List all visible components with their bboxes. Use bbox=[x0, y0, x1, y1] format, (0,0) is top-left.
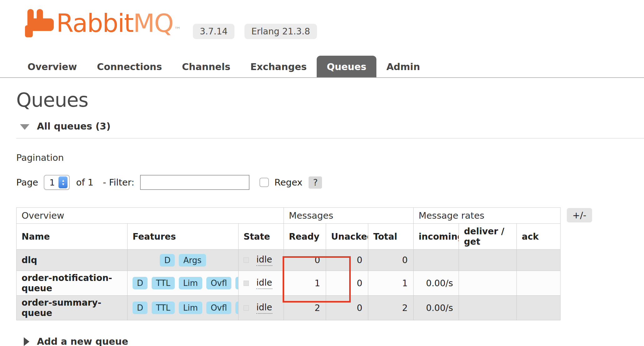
erlang-version-badge: Erlang 21.3.8 bbox=[244, 24, 317, 39]
wordmark-mq: MQ bbox=[133, 9, 173, 38]
column-header-unacked[interactable]: Unacked bbox=[326, 224, 368, 250]
tab-exchanges[interactable]: Exchanges bbox=[240, 56, 317, 77]
regex-label: Regex bbox=[274, 177, 303, 188]
all-queues-section-toggle[interactable]: All queues (3) bbox=[16, 119, 644, 139]
wordmark-rabbit: Rabbit bbox=[56, 9, 133, 38]
filter-input[interactable] bbox=[140, 175, 249, 190]
feature-badge: DLX bbox=[235, 277, 238, 289]
queue-name-link[interactable]: dlq bbox=[17, 250, 128, 271]
column-header-ack[interactable]: ack bbox=[517, 224, 561, 250]
table-row: order-notification-queue D TTL Lim Ovfl … bbox=[17, 271, 561, 296]
ready-count: 2 bbox=[284, 296, 326, 320]
rabbitmq-wordmark: RabbitMQ™ bbox=[56, 8, 180, 45]
ack-rate bbox=[517, 250, 561, 271]
unacked-count: 0 bbox=[326, 250, 368, 271]
expand-triangle-icon bbox=[24, 337, 29, 346]
feature-badge: Lim bbox=[179, 302, 202, 314]
queue-state-cell: idle bbox=[239, 271, 284, 296]
feature-badge: TTL bbox=[152, 277, 175, 289]
feature-badge: Ovfl bbox=[206, 302, 231, 314]
ready-count: 0 bbox=[284, 250, 326, 271]
rabbitmq-version-badge: 3.7.14 bbox=[193, 24, 234, 39]
queue-name-link[interactable]: order-notification-queue bbox=[17, 271, 128, 296]
column-header-name[interactable]: Name bbox=[17, 224, 128, 250]
select-spinner-icon: ▴▾ bbox=[58, 176, 68, 188]
deliver-get-rate bbox=[459, 271, 517, 296]
pagination-label: Pagination bbox=[16, 152, 644, 163]
page-select[interactable]: 1 ▴▾ bbox=[44, 175, 70, 190]
feature-badge: DLX bbox=[235, 302, 238, 314]
tab-overview[interactable]: Overview bbox=[18, 56, 87, 77]
version-badges: 3.7.14 Erlang 21.3.8 bbox=[193, 24, 317, 39]
rabbitmq-logo-icon bbox=[24, 8, 54, 39]
add-new-queue-toggle[interactable]: Add a new queue bbox=[16, 336, 644, 346]
table-group-header-row: Overview Messages Message rates bbox=[17, 208, 561, 224]
group-header-messages: Messages bbox=[284, 208, 414, 224]
group-header-overview: Overview bbox=[17, 208, 284, 224]
ack-rate bbox=[517, 271, 561, 296]
app-header: RabbitMQ™ 3.7.14 Erlang 21.3.8 bbox=[0, 0, 644, 45]
incoming-rate: 0.00/s bbox=[414, 271, 459, 296]
feature-badge: D bbox=[133, 277, 148, 289]
queue-state-cell: idle bbox=[239, 296, 284, 320]
deliver-get-rate bbox=[459, 250, 517, 271]
help-icon[interactable]: ? bbox=[309, 176, 322, 189]
deliver-get-rate bbox=[459, 296, 517, 320]
incoming-rate: 0.00/s bbox=[414, 296, 459, 320]
feature-badge: Lim bbox=[179, 277, 202, 289]
column-selector-button[interactable]: +/- bbox=[567, 208, 592, 222]
column-header-state[interactable]: State bbox=[239, 224, 284, 250]
column-header-deliver-get[interactable]: deliver / get bbox=[459, 224, 517, 250]
feature-badge: Args bbox=[179, 254, 206, 267]
table-column-header-row: Name Features State Ready Unacked Total … bbox=[17, 224, 561, 250]
column-header-features[interactable]: Features bbox=[128, 224, 239, 250]
page-select-value: 1 bbox=[49, 178, 55, 187]
regex-checkbox[interactable] bbox=[259, 178, 269, 187]
queues-table: Overview Messages Message rates Name Fea… bbox=[16, 207, 561, 320]
queue-name-link[interactable]: order-summary-queue bbox=[17, 296, 128, 320]
state-indicator-icon bbox=[244, 305, 249, 311]
queue-features-cell: D TTL Lim Ovfl DLX bbox=[128, 296, 239, 320]
queue-features-cell: D TTL Lim Ovfl DLX bbox=[128, 271, 239, 296]
rabbitmq-logo[interactable]: RabbitMQ™ bbox=[24, 8, 180, 45]
tab-queues[interactable]: Queues bbox=[317, 56, 376, 77]
group-header-message-rates: Message rates bbox=[414, 208, 561, 224]
ack-rate bbox=[517, 296, 561, 320]
feature-badge: D bbox=[160, 254, 175, 267]
ready-count: 1 bbox=[284, 271, 326, 296]
column-header-ready[interactable]: Ready bbox=[284, 224, 326, 250]
rabbitmq-management-page: RabbitMQ™ 3.7.14 Erlang 21.3.8 Overview … bbox=[0, 0, 644, 346]
total-count: 2 bbox=[368, 296, 414, 320]
state-label: idle bbox=[256, 302, 272, 314]
queue-state-cell: idle bbox=[239, 250, 284, 271]
feature-badge: Ovfl bbox=[206, 277, 231, 289]
main-nav-tabs: Overview Connections Channels Exchanges … bbox=[0, 56, 644, 78]
feature-badge: D bbox=[133, 302, 148, 314]
tab-admin[interactable]: Admin bbox=[376, 56, 430, 77]
table-row: order-summary-queue D TTL Lim Ovfl DLX bbox=[17, 296, 561, 320]
total-count: 0 bbox=[368, 250, 414, 271]
column-header-incoming[interactable]: incoming bbox=[414, 224, 459, 250]
tab-channels[interactable]: Channels bbox=[172, 56, 240, 77]
total-count: 1 bbox=[368, 271, 414, 296]
of-pages-label: of 1 bbox=[76, 177, 93, 188]
state-label: idle bbox=[256, 254, 272, 266]
state-indicator-icon bbox=[244, 257, 249, 263]
pagination-controls: Page 1 ▴▾ of 1 - Filter: Regex ? bbox=[16, 175, 644, 190]
collapse-triangle-icon bbox=[20, 124, 29, 130]
add-queue-label: Add a new queue bbox=[37, 336, 128, 346]
trademark-symbol: ™ bbox=[174, 26, 180, 33]
unacked-count: 0 bbox=[326, 296, 368, 320]
page-title: Queues bbox=[16, 89, 644, 111]
main-content: Queues All queues (3) Pagination Page 1 … bbox=[0, 89, 644, 346]
queue-features-cell: D Args bbox=[128, 250, 239, 271]
incoming-rate bbox=[414, 250, 459, 271]
tab-connections[interactable]: Connections bbox=[87, 56, 172, 77]
table-row: dlq D Args idle 0 0 bbox=[17, 250, 561, 271]
column-header-total[interactable]: Total bbox=[368, 224, 414, 250]
page-label: Page bbox=[16, 177, 38, 188]
state-label: idle bbox=[256, 277, 272, 289]
state-indicator-icon bbox=[244, 281, 249, 286]
section-title: All queues (3) bbox=[37, 121, 111, 132]
queues-table-wrap: Overview Messages Message rates Name Fea… bbox=[16, 207, 644, 320]
